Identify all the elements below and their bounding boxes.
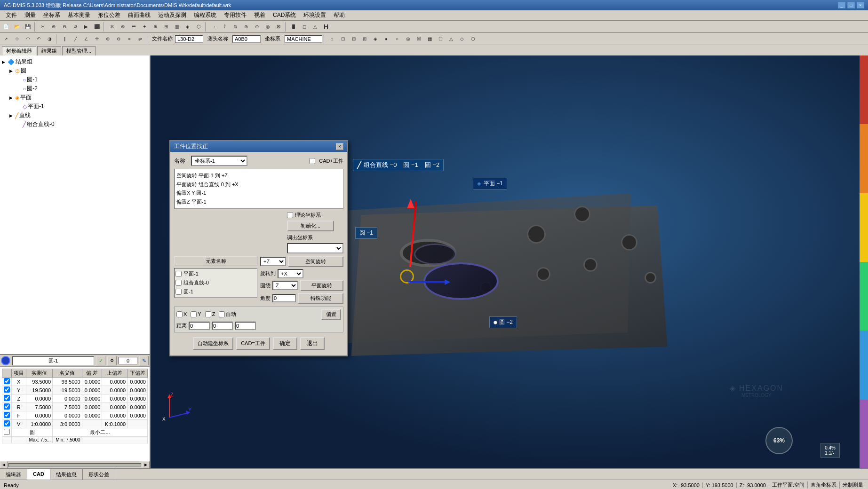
cad-tool-btn[interactable]: CAD=工件 [236,337,270,350]
tb2-btn6[interactable]: ‖ [59,34,70,44]
scroll-right-btn[interactable]: ▶ [142,461,150,469]
tree-item-circle2[interactable]: ○ 圆-2 [2,84,148,93]
tb-btn5[interactable]: ▶ [81,22,91,32]
tb-btn11[interactable]: ⊕ [150,22,160,32]
x-offset-check[interactable] [176,311,183,317]
feature-check-combined-line[interactable] [175,280,182,286]
tb-btn21[interactable]: ◎ [263,22,273,32]
tb-btn4[interactable]: ↺ [70,22,80,32]
row-check-x[interactable] [4,378,10,384]
tb-btn20[interactable]: ⊙ [252,22,262,32]
menu-motion[interactable]: 运动及探测 [154,10,190,20]
tb-btn23[interactable]: ▐▌ [288,22,299,32]
tree-item-line-group[interactable]: ▶ ╱ 直线 [2,111,148,120]
z-dist-input[interactable] [235,322,256,330]
offset-btn[interactable]: 偏置 [321,309,341,320]
menu-view[interactable]: 视着 [250,10,269,20]
tb2-icon6[interactable]: ● [381,34,391,44]
tb2-icon7[interactable]: ○ [392,34,402,44]
tb-btn24[interactable]: ◻ [299,22,310,32]
ok-btn[interactable]: 确定 [273,337,297,350]
tab-model-manage[interactable]: 模型管理... [62,46,96,55]
tb2-btn5[interactable]: ◑ [44,34,55,44]
tb2-icon9[interactable]: ☒ [414,34,424,44]
meas-extra-btn[interactable]: ⚙ [107,356,117,365]
tb2-btn11[interactable]: ⊖ [113,34,124,44]
menu-cad[interactable]: CAD系统 [269,10,300,20]
tb-btn19[interactable]: ⊛ [241,22,251,32]
space-rotate-btn[interactable]: 空间旋转 [288,256,343,267]
cancel-btn[interactable]: 退出 [300,337,325,350]
tb-btn2[interactable]: ⊕ [48,22,59,32]
tb2-btn7[interactable]: ╱ [70,34,80,44]
tb2-icon12[interactable]: △ [446,34,456,44]
tab-results[interactable]: 结果组 [37,46,61,55]
feature-check-plane1[interactable] [175,271,182,277]
row-check-f[interactable] [4,412,10,418]
tb2-btn8[interactable]: ∠ [81,34,91,44]
menu-measure[interactable]: 测量 [21,10,40,20]
tb2-icon3[interactable]: ⊟ [349,34,359,44]
scroll-track[interactable] [8,463,141,467]
save-btn[interactable]: 💾 [23,22,33,32]
rotate-to-select[interactable]: +X -X +Y -Y [278,269,303,278]
tb-btn6[interactable]: ⬛ [92,22,102,32]
row-check-circle[interactable] [4,429,10,435]
new-btn[interactable]: 📄 [1,22,11,32]
tb-btn18[interactable]: ⊚ [230,22,240,32]
dialog-close-btn[interactable]: × [336,143,343,150]
tb2-btn12[interactable]: ≡ [124,34,135,44]
menu-basic-measure[interactable]: 基本测量 [64,10,94,20]
menu-surface[interactable]: 曲面曲线 [124,10,154,20]
tb2-icon11[interactable]: ☐ [435,34,446,44]
angle-input[interactable] [272,294,296,302]
menu-special[interactable]: 专用软件 [220,10,250,20]
call-coord-select[interactable] [287,243,343,253]
tb-btn17[interactable]: ⤴ [219,22,230,32]
menu-coord[interactable]: 坐标系 [40,10,64,20]
row-check-z[interactable] [4,395,10,401]
meas-accept-btn[interactable]: ✓ [96,356,105,365]
z-offset-check[interactable] [205,311,211,317]
dialog-name-select[interactable]: 坐标系-1 [191,156,247,166]
special-fn-btn[interactable]: 特殊功能 [298,293,343,304]
tab-tree-editor[interactable]: 树形编辑器 [2,46,36,55]
theory-coord-check[interactable] [287,212,293,218]
rotation-z-select[interactable]: +Z -Z +X +Y [260,257,286,266]
tb2-btn13[interactable]: ⇌ [135,34,145,44]
menu-file[interactable]: 文件 [2,10,21,20]
meas-edit-btn[interactable]: ✎ [139,356,149,365]
cad-tool-check[interactable] [309,158,315,164]
close-btn[interactable]: × [857,2,864,8]
tb-btn7[interactable]: ✕ [107,22,117,32]
maximize-btn[interactable]: □ [847,2,855,8]
feature-check-circle1[interactable] [175,289,182,295]
tb-btn13[interactable]: ▩ [172,22,182,32]
tree-item-circle-group[interactable]: ▶ ⊙ 圆 [2,66,148,75]
scroll-left-btn[interactable]: ◀ [0,461,8,469]
tb2-btn1[interactable]: ↗ [1,34,11,44]
auto-check[interactable] [219,311,225,317]
tree-item-plane1[interactable]: ◇ 平面-1 [2,102,148,111]
tb2-btn9[interactable]: ✛ [92,34,102,44]
tb-btn9[interactable]: ☰ [128,22,139,32]
tb-btn1[interactable]: ✂ [38,22,48,32]
tb-btn8[interactable]: ⊗ [118,22,128,32]
tb-btn22[interactable]: ⊠ [273,22,284,32]
menu-help[interactable]: 帮助 [330,10,349,20]
auto-build-coord-btn[interactable]: 自动建坐标系 [193,337,233,350]
circle-about-select[interactable]: Z X Y [272,281,298,290]
row-check-v[interactable] [4,420,10,426]
row-check-y[interactable] [4,386,10,393]
tb2-icon10[interactable]: ▦ [424,34,435,44]
tb2-btn4[interactable]: ↶ [33,34,44,44]
tb2-icon2[interactable]: ⊡ [338,34,348,44]
tb2-icon1[interactable]: ⌂ [327,34,337,44]
tb2-icon4[interactable]: ⊞ [359,34,370,44]
tree-item-combined-line[interactable]: ╱ 组合直线-0 [2,120,148,129]
tb-btn25[interactable]: △ [310,22,320,32]
tb-btn15[interactable]: ⬡ [193,22,204,32]
tb2-icon8[interactable]: ◎ [403,34,413,44]
tb-btn3[interactable]: ⊖ [59,22,70,32]
plane-rotate-btn[interactable]: 平面旋转 [300,280,343,291]
